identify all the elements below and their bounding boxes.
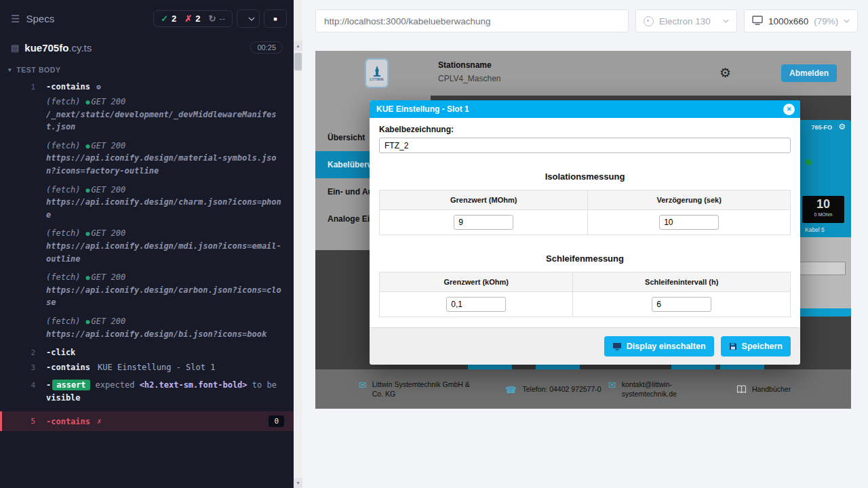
iso-col-limit: Grenzwert (MOhm) [380,190,588,210]
gear-icon[interactable]: ⚙ [838,122,846,131]
stat-failed: ✗ 2 [184,14,200,24]
phone-number: Telefon: 04402 972577-0 [522,384,601,394]
viewport-select[interactable]: 1000x660 (79%) [744,9,858,33]
status-dot-icon: ● [86,318,90,325]
specs-menu-icon: ☰ [11,13,20,25]
close-icon[interactable]: ✕ [783,104,795,115]
save-button[interactable]: Speichern [721,336,791,357]
app-header: LITTWIN Stationsname CPLV4_Maschen ⚙ Abm… [315,51,851,96]
phone-icon: ☎ [505,385,517,394]
settings-gear-icon[interactable]: ⚙ [719,65,731,81]
display-value: 10 [802,196,844,212]
fetch-url: https://api.iconify.design/mdi.json?icon… [46,240,284,265]
modal-footer: Display einschalten Speichern [370,327,800,365]
reporter-scrollbar[interactable]: ▲ ▼ [294,0,302,488]
modal-title-bar: KUE Einstellung - Slot 1 ✕ [370,100,800,118]
refresh-icon: ↻ [208,14,216,24]
modal-body: Kabelbezeichnung: Isolationsmessung Gren… [370,118,800,327]
email-address[interactable]: kontakt@littwin-systemtechnik.de [622,380,699,399]
mail-icon: ✉ [359,380,367,390]
command-row-contains-1[interactable]: 1 -contains ⚙ [0,79,294,94]
command-row-assert[interactable]: 4 -assertexpected <h2.text-sm.font-bold>… [0,375,294,409]
logo-emblem-icon [372,65,382,77]
command-number: 2 [0,348,46,357]
station-info: Stationsname CPLV4_Maschen [438,60,501,83]
loop-col-limit: Grenzwert (kOhm) [380,272,573,292]
test-body-label: TEST BODY [16,66,61,74]
monitor-icon [752,16,763,27]
iso-delay-input[interactable] [659,215,719,230]
status-led [806,159,812,165]
fetch-log-5[interactable]: (fetch)●GET 200 https://api.iconify.desi… [0,270,294,310]
chevron-down-icon [723,19,729,23]
display-on-button[interactable]: Display einschalten [604,336,714,357]
logout-button[interactable]: Abmelden [781,64,837,82]
command-arg: KUE Einstellung - Slot 1 [98,363,215,372]
loop-limit-input[interactable] [446,297,506,312]
command-row-contains-failed[interactable]: 5 -contains ✗ 0 [0,411,294,431]
display-on-label: Display einschalten [627,342,706,351]
spec-row[interactable]: ▤ kue705fo.cy.ts 00:25 [0,36,294,60]
fetch-url: https://api.iconify.design/carbon.json?i… [46,284,284,309]
status-dot-icon: ● [86,230,90,237]
fetch-log-3[interactable]: (fetch)●GET 200 https://api.iconify.desi… [0,182,294,223]
command-number: 1 [0,83,46,92]
command-name: -contains [46,417,90,426]
fail-x-icon: ✗ [97,417,102,426]
manuals-label: Handbücher [752,384,791,394]
display-icon [612,342,622,350]
fetch-log-1[interactable]: (fetch)●GET 200 /_next/static/developmen… [0,94,294,135]
loop-col-interval: Schleifenintervall (h) [573,272,791,292]
loop-section-title: Schleifenmessung [379,253,791,264]
chevron-down-icon [248,17,255,21]
reporter-controls: ✓ 2 ✗ 2 ↻ -- [153,9,287,28]
command-row-click[interactable]: 2 -click [0,345,294,360]
command-number: 4 [0,381,46,390]
fetch-log-6[interactable]: (fetch)●GET 200 https://api.iconify.desi… [0,314,294,342]
cypress-reporter: ☰ Specs ✓ 2 ✗ 2 ↻ -- [0,0,294,488]
fetch-url: https://api.iconify.design/material-symb… [46,152,284,177]
scroll-up-icon[interactable]: ▲ [294,41,302,51]
kue-card-title: 765-FO [811,124,832,131]
aut-panel: Electron 130 1000x660 (79%) [302,0,868,488]
command-name: -contains [46,82,90,92]
fetch-log-2[interactable]: (fetch)●GET 200 https://api.iconify.desi… [0,138,294,179]
stat-passed: ✓ 2 [161,14,176,24]
company-name: Littwin Systemtechnik GmbH & Co. KG [372,380,479,399]
fetch-log-4[interactable]: (fetch)●GET 200 https://api.iconify.desi… [0,226,294,266]
footer-manuals[interactable]: Handbücher [736,384,791,394]
stat-pending: ↻ -- [208,14,225,24]
app-viewport: LITTWIN Stationsname CPLV4_Maschen ⚙ Abm… [315,51,851,409]
status-dot-icon: ● [86,142,90,150]
command-row-contains-2[interactable]: 3 -contains KUE Einstellung - Slot 1 [0,360,294,375]
browser-select[interactable]: Electron 130 [635,9,737,33]
fetch-url: https://api.iconify.design/bi.json?icons… [46,328,284,341]
scroll-down-icon[interactable]: ▼ [294,478,302,488]
collapse-button[interactable] [237,9,260,28]
passed-count: 2 [172,14,176,24]
book-icon [736,385,747,394]
littwin-logo: LITTWIN [365,58,389,88]
save-label: Speichern [742,342,783,351]
stop-button[interactable]: ■ [264,9,287,28]
cable-name-label: Kabelbezeichnung: [379,125,791,134]
stop-icon: ■ [273,16,277,22]
mail-icon: ✉ [608,380,616,390]
iso-limit-input[interactable] [454,215,513,230]
measurement-display: 10 0 MOhm [802,196,844,223]
file-icon: ▤ [11,43,19,53]
url-input[interactable] [315,9,629,33]
cable-name-input[interactable] [379,138,791,153]
pending-count: -- [219,14,225,24]
specs-menu[interactable]: ☰ Specs [11,13,54,25]
loop-interval-input[interactable] [652,297,711,312]
isolation-table: Grenzwert (MOhm) Verzögerung (sek) [379,190,791,235]
chevron-down-icon [844,19,850,23]
scrollbar-thumb[interactable] [294,53,302,70]
spec-name: kue705fo.cy.ts [24,42,92,54]
logo-text: LITTWIN [370,78,383,81]
footer-email: ✉ kontakt@littwin-systemtechnik.de [608,380,699,399]
cable-label: Kabel 5 [805,226,825,233]
test-body-toggle[interactable]: ▾ TEST BODY [0,60,294,79]
failed-count: 2 [195,14,200,24]
